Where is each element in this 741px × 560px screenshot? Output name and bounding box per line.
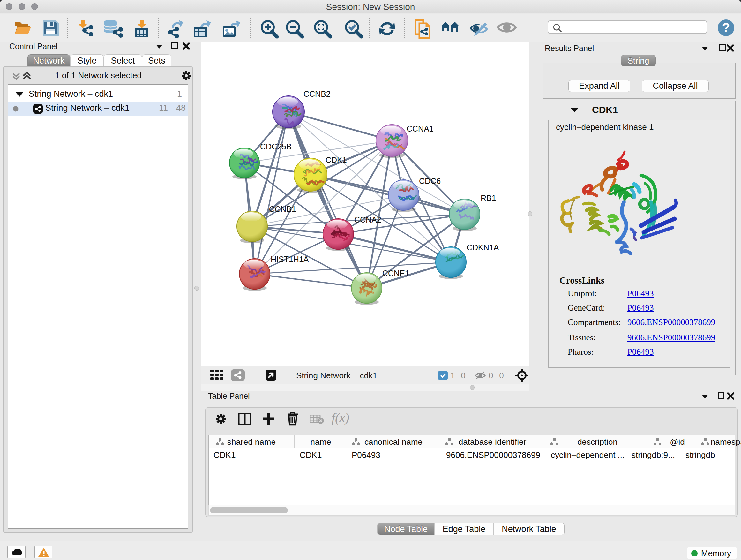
svg-text:CDKN1A: CDKN1A: [467, 243, 499, 252]
svg-text:CCNA2: CCNA2: [354, 215, 381, 224]
svg-text:?: ?: [722, 20, 730, 35]
svg-text:CCNA1: CCNA1: [407, 124, 434, 133]
svg-text:CDK1: CDK1: [326, 155, 347, 165]
svg-text:CCNB1: CCNB1: [269, 205, 296, 213]
svg-text:CDC6: CDC6: [419, 177, 441, 186]
svg-text:CCNB2: CCNB2: [304, 89, 331, 98]
svg-text:HIST1H1A: HIST1H1A: [271, 255, 309, 264]
svg-text:CCNE1: CCNE1: [382, 269, 409, 278]
svg-text:RB1: RB1: [481, 193, 496, 202]
svg-text:CDC25B: CDC25B: [260, 142, 292, 151]
